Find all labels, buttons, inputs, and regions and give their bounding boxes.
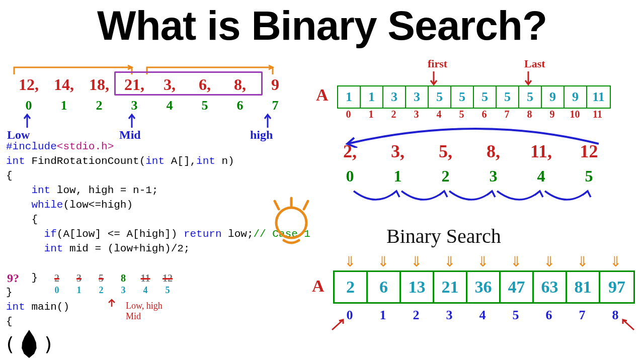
array-B-cells: 2613213647638197 [333, 270, 635, 304]
array-indices: 01234567 [11, 98, 293, 113]
freecodecamp-logo-icon: () [4, 330, 54, 358]
down-arrows-icon: ⇓⇓⇓⇓⇓⇓⇓⇓⇓ [333, 253, 635, 270]
array-B-label: A [312, 277, 325, 296]
query-label: 9? [7, 272, 19, 285]
first-label: first [428, 57, 447, 70]
fl-arrows-icon [423, 69, 553, 86]
rotated-array: 12,14,18,21,3,6,8,9 01234567 Low Mid hig… [11, 60, 323, 126]
page-title: What is Binary Search? [0, 0, 644, 49]
array-A-cells: 1133555559911 [337, 85, 611, 109]
last-label: Last [524, 57, 545, 70]
sorted-6-array: 2,3,5,8,11,12 012345 [326, 141, 613, 186]
svg-point-0 [276, 208, 306, 238]
small-trace-array: 2 3 5 8 11 12 012345 [45, 272, 179, 297]
ptr-labels: Low, high Mid [126, 301, 163, 322]
brain-icon [269, 195, 314, 251]
array-A-indices: 01234567891011 [337, 109, 609, 120]
right-column: first Last A 1133555559911 0123456789101… [322, 60, 639, 126]
left-column: 12,14,18,21,3,6,8,9 01234567 Low Mid hig… [11, 60, 323, 126]
array-A-label: A [316, 85, 329, 105]
binary-search-label: Binary Search [386, 224, 501, 248]
step-arrows-icon [326, 187, 618, 212]
array-values: 12,14,18,21,3,6,8,9 [11, 75, 293, 94]
array-B-indices: 012345678 [333, 308, 635, 323]
array-B-block: ⇓⇓⇓⇓⇓⇓⇓⇓⇓ A 2613213647638197 012345678 [333, 270, 635, 323]
array-A-duplicates: first Last A 1133555559911 0123456789101… [322, 60, 639, 126]
